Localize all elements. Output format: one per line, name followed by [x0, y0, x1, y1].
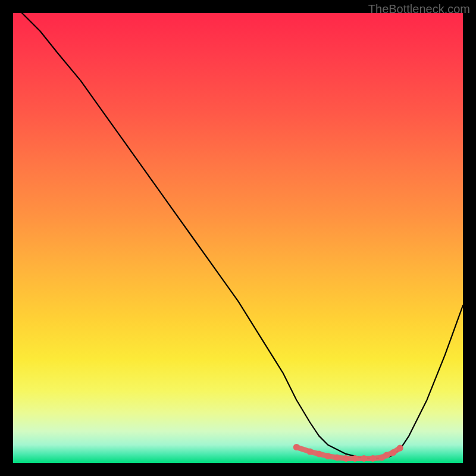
plot-area — [13, 13, 463, 463]
attribution-text: TheBottleneck.com — [368, 2, 470, 16]
gradient-background — [13, 13, 463, 463]
